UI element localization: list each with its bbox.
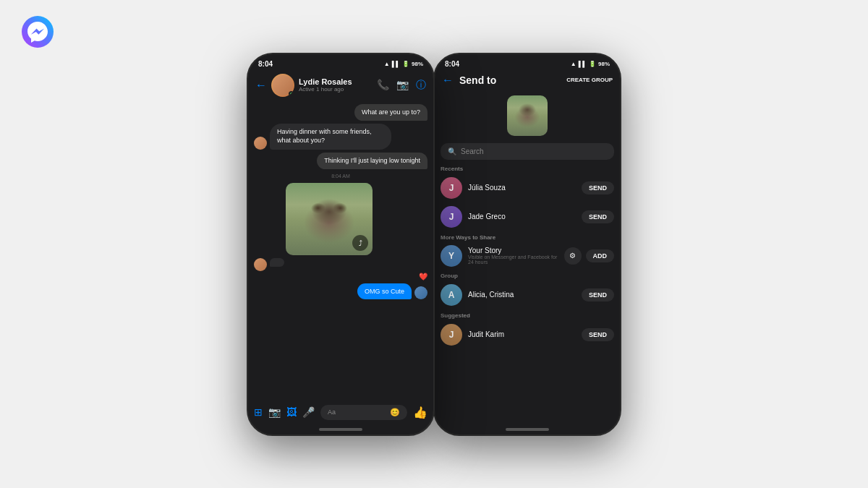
add-button[interactable]: ADD <box>586 249 615 262</box>
contact-name: Lydie Rosales <box>299 77 373 86</box>
avatar-alicia-face: A <box>441 284 462 306</box>
battery-icon: 🔋 <box>402 61 409 67</box>
contact-status: Active 1 hour ago <box>299 86 373 93</box>
contact-row-jade: J Jade Greco SEND <box>441 202 614 231</box>
send-button-julia[interactable]: SEND <box>582 181 614 194</box>
dog-image-message: ⤴ <box>270 183 373 255</box>
message-sent-1: What are you up to? <box>354 104 427 121</box>
signal-icon-r: ▌▌ <box>579 61 587 67</box>
msg-avatar-1 <box>254 137 267 150</box>
create-group-button[interactable]: CREATE GROUP <box>566 77 613 83</box>
story-actions: ⚙ ADD <box>564 247 615 265</box>
contact-avatar-header <box>271 74 294 97</box>
back-button-right[interactable]: ← <box>442 74 454 87</box>
message-received-2 <box>270 258 284 267</box>
message-time: 8:04 AM <box>254 174 427 179</box>
avatar-story-face: Y <box>441 245 462 267</box>
back-button-left[interactable]: ← <box>255 79 267 92</box>
header-action-icons: 📞 📷 ⓘ <box>377 79 426 92</box>
home-indicator-right <box>435 424 620 435</box>
group-label: Group <box>441 270 614 281</box>
send-dog-preview <box>435 91 620 140</box>
chat-header: ← Lydie Rosales Active 1 hour ago 📞 📷 ⓘ <box>248 71 433 101</box>
dog-image[interactable]: ⤴ <box>286 183 373 255</box>
mic-icon[interactable]: 🎤 <box>302 406 315 418</box>
svg-point-0 <box>22 16 54 48</box>
status-bar-left: 8:04 ▲ ▌▌ 🔋 98% <box>248 54 433 71</box>
send-button-alicia[interactable]: SEND <box>582 288 614 301</box>
msg-avatar-sent <box>414 286 427 299</box>
suggested-label: Suggested <box>441 309 614 320</box>
search-placeholder: Search <box>461 147 484 155</box>
status-icons-right: ▲ ▌▌ 🔋 98% <box>571 61 610 67</box>
contact-info: Lydie Rosales Active 1 hour ago <box>299 77 373 93</box>
send-header: ← Send to CREATE GROUP <box>435 71 620 91</box>
photo-icon[interactable]: 🖼 <box>286 406 297 418</box>
camera-icon[interactable]: 📷 <box>268 406 281 418</box>
send-title: Send to <box>459 74 561 86</box>
omg-row: OMG so Cute <box>357 283 427 299</box>
status-bar-right: 8:04 ▲ ▌▌ 🔋 98% <box>435 54 620 71</box>
send-screen: 8:04 ▲ ▌▌ 🔋 98% ← Send to CREATE GROUP <box>435 54 620 435</box>
contact-name-jade: Jade Greco <box>468 213 576 221</box>
avatar-jade-face: J <box>441 206 462 228</box>
message-input-wrap[interactable]: Aa 😊 <box>320 405 407 420</box>
contact-row-alicia: A Alicia, Cristina SEND <box>441 281 614 309</box>
story-sub: Visible on Messenger and Facebook for 24… <box>468 254 558 265</box>
message-placeholder: Aa <box>328 408 336 416</box>
battery-pct-right: 98% <box>598 61 610 67</box>
info-icon[interactable]: ⓘ <box>416 79 426 92</box>
preview-dog-inner <box>507 95 548 136</box>
contact-row-judit: J Judit Karim SEND <box>441 320 614 349</box>
heart-reaction: ❤️ <box>419 273 427 281</box>
wifi-icon: ▲ <box>384 61 390 67</box>
message-sent-2: Thinking I'll just laying low tonight <box>317 153 427 170</box>
search-icon: 🔍 <box>448 147 456 155</box>
like-icon[interactable]: 👍 <box>413 406 427 419</box>
emoji-icon[interactable]: 😊 <box>390 408 400 417</box>
avatar-judit-face: J <box>441 324 462 346</box>
message-received-1-row: Having dinner with some friends, what ab… <box>254 124 427 149</box>
time-left: 8:04 <box>258 60 273 68</box>
preview-dog-image <box>507 95 548 136</box>
story-name: Your Story <box>468 247 558 254</box>
home-indicator-left <box>248 424 433 435</box>
message-received-1: Having dinner with some friends, what ab… <box>270 124 391 149</box>
avatar-jade: J <box>441 206 462 228</box>
avatar-julia-face: J <box>441 177 462 199</box>
grid-icon[interactable]: ⊞ <box>254 406 263 418</box>
avatar-judit: J <box>441 324 462 346</box>
home-bar-right <box>506 428 549 431</box>
avatar-story: Y <box>441 245 462 267</box>
send-button-judit[interactable]: SEND <box>582 328 614 341</box>
contact-name-alicia: Alicia, Cristina <box>468 291 576 299</box>
more-ways-label: More Ways to Share <box>441 231 614 242</box>
video-icon[interactable]: 📷 <box>396 79 409 92</box>
signal-icon: ▌▌ <box>392 61 400 67</box>
chat-toolbar: ⊞ 📷 🖼 🎤 Aa 😊 👍 <box>248 401 433 424</box>
phone-icon[interactable]: 📞 <box>377 79 389 92</box>
battery-icon-r: 🔋 <box>589 61 596 67</box>
home-bar-left <box>319 428 362 431</box>
status-icons-left: ▲ ▌▌ 🔋 98% <box>384 61 423 67</box>
time-right: 8:04 <box>445 60 459 68</box>
search-bar[interactable]: 🔍 Search <box>441 143 614 160</box>
send-list: Recents J Júlia Souza SEND J Jade Greco … <box>435 163 620 424</box>
story-row: Y Your Story Visible on Messenger and Fa… <box>441 242 614 270</box>
chat-screen: 8:04 ▲ ▌▌ 🔋 98% ← Lydie Rosales Active 1… <box>248 54 433 435</box>
messenger-logo <box>22 16 54 48</box>
recents-label: Recents <box>441 163 614 174</box>
phone-left: 8:04 ▲ ▌▌ 🔋 98% ← Lydie Rosales Active 1… <box>247 53 435 436</box>
phone-right: 8:04 ▲ ▌▌ 🔋 98% ← Send to CREATE GROUP <box>433 53 621 436</box>
avatar-alicia: A <box>441 284 462 306</box>
gear-button[interactable]: ⚙ <box>564 247 582 265</box>
share-button[interactable]: ⤴ <box>352 235 368 251</box>
message-received-2-row <box>254 258 427 271</box>
phones-container: 8:04 ▲ ▌▌ 🔋 98% ← Lydie Rosales Active 1… <box>247 53 621 436</box>
avatar-julia: J <box>441 177 462 199</box>
wifi-icon-r: ▲ <box>571 61 576 67</box>
story-info: Your Story Visible on Messenger and Face… <box>468 247 558 265</box>
messages-area: What are you up to? Having dinner with s… <box>248 101 433 401</box>
contact-name-judit: Judit Karim <box>468 330 576 338</box>
send-button-jade[interactable]: SEND <box>582 210 614 223</box>
